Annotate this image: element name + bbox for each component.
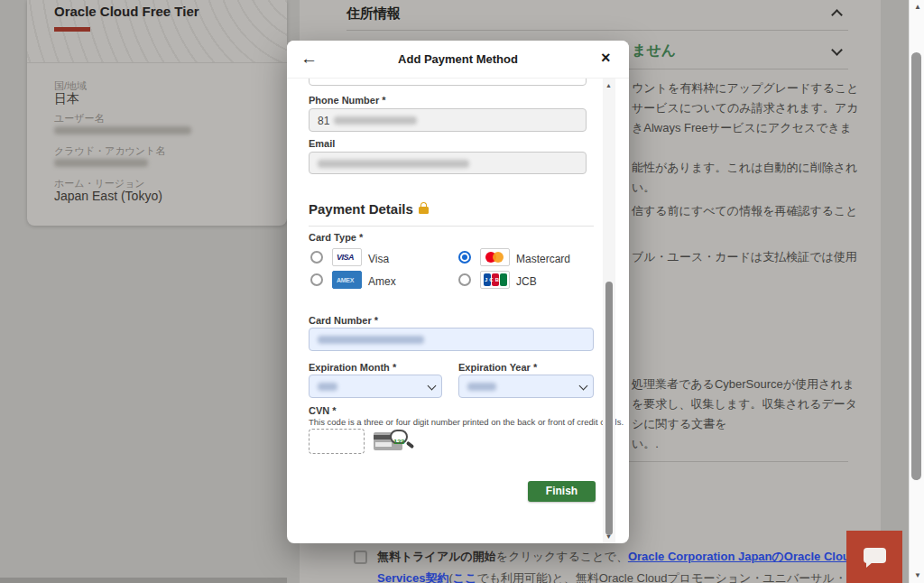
blurred-username-value bbox=[54, 126, 191, 134]
cvn-digits-hint: 123 bbox=[393, 438, 404, 446]
divider bbox=[346, 30, 848, 31]
paragraph-line: い。. bbox=[632, 436, 659, 452]
oracle-services-agreement-link[interactable]: Oracle Corporation JapanのOracle Cloud bbox=[628, 550, 857, 563]
mastercard-logo-icon bbox=[480, 248, 510, 266]
phone-input[interactable]: 81 bbox=[309, 108, 587, 132]
terms-text-line2: Services契約(ここでも利用可能)と、無料Oracle Cloudプロモー… bbox=[377, 570, 882, 583]
terms-bold-fragment: 無料トライアルの開始 bbox=[377, 550, 496, 563]
divider bbox=[309, 226, 594, 227]
collapsed-section-title-fragment: ません bbox=[632, 42, 676, 60]
chevron-up-icon[interactable] bbox=[831, 9, 843, 21]
chevron-down-icon[interactable] bbox=[831, 44, 843, 56]
paragraph-line: ウントを有料枠にアップグレードすること bbox=[632, 80, 859, 97]
paragraph-line: 信する前にすべての情報を再確認すること bbox=[632, 203, 858, 219]
visa-option-label: Visa bbox=[368, 253, 389, 265]
paragraph-line: シに関する文書を bbox=[632, 416, 727, 432]
exp-month-select[interactable] bbox=[309, 375, 442, 398]
dialog-header: ← Add Payment Method × bbox=[287, 41, 629, 79]
paragraph-line: 処理業者であるCyberSourceが使用されま bbox=[632, 376, 855, 393]
radio-amex[interactable] bbox=[310, 273, 323, 286]
chat-button[interactable] bbox=[846, 531, 902, 583]
amex-option-label: Amex bbox=[368, 275, 396, 288]
finish-button[interactable]: Finish bbox=[528, 481, 596, 502]
card-number-label: Card Number * bbox=[309, 315, 378, 326]
exp-year-label: Expiration Year * bbox=[458, 362, 537, 373]
radio-mastercard[interactable] bbox=[458, 251, 471, 264]
field-label-cloud-account: クラウド・アカウント名 bbox=[54, 144, 165, 158]
dialog-scrollbar[interactable]: ▲ ▼ bbox=[603, 79, 615, 543]
field-value-country: 日本 bbox=[54, 91, 79, 107]
visa-logo-icon: VISA bbox=[332, 248, 362, 266]
radio-visa[interactable] bbox=[310, 251, 323, 264]
here-link[interactable]: ここ bbox=[453, 571, 477, 583]
scroll-down-arrow[interactable]: ▼ bbox=[914, 572, 921, 579]
add-payment-method-dialog: Phone Number * 81 Email Payment Details … bbox=[287, 41, 629, 543]
chevron-down-icon bbox=[579, 382, 588, 391]
scroll-up-arrow[interactable]: ▲ bbox=[914, 4, 921, 11]
card-type-label: Card Type * bbox=[309, 232, 363, 243]
blurred-phone-value bbox=[334, 116, 417, 125]
paragraph-line: ブル・ユース・カードは支払検証では使用 bbox=[632, 249, 857, 265]
terms-text-line1: 無料トライアルの開始をクリックすることで、Oracle Corporation … bbox=[377, 549, 857, 565]
cvn-label: CVN * bbox=[309, 405, 337, 416]
address-section-title: 住所情報 bbox=[346, 5, 401, 23]
payment-details-heading: Payment Details bbox=[309, 201, 429, 217]
email-label: Email bbox=[309, 138, 335, 149]
cvn-input[interactable] bbox=[309, 429, 365, 454]
scroll-down-arrow[interactable]: ▼ bbox=[605, 533, 612, 540]
lock-icon bbox=[419, 207, 429, 214]
close-icon[interactable]: × bbox=[601, 49, 611, 68]
page-title: Oracle Cloud Free Tier bbox=[54, 4, 199, 19]
field-value-home-region: Japan East (Tokyo) bbox=[54, 189, 162, 203]
terms-plain-fragment: でも利用可能)と、無料Oracle Cloudプロモーション・ユニバーサル・クレ… bbox=[476, 571, 882, 583]
terms-plain-fragment: をクリックすることで、 bbox=[496, 550, 628, 563]
phone-label: Phone Number * bbox=[309, 95, 386, 106]
cvn-help-text: This code is a three or four digit numbe… bbox=[309, 417, 624, 427]
phone-prefix: 81 bbox=[318, 115, 329, 127]
account-summary-card: Oracle Cloud Free Tier 国/地域 日本 ユーザー名 クラウ… bbox=[27, 0, 287, 226]
jcb-option-label: JCB bbox=[516, 275, 537, 288]
oracle-services-agreement-link[interactable]: Services契約 bbox=[377, 571, 449, 583]
footer-edge-strip bbox=[0, 578, 287, 583]
paragraph-line: を要求し、収集します。収集されるデータ bbox=[632, 396, 857, 412]
paragraph-line: 能性があります。これは自動的に削除され bbox=[632, 160, 857, 176]
blurred-email-value bbox=[318, 160, 469, 168]
amex-logo-icon: AMEX bbox=[332, 271, 362, 289]
scroll-up-arrow[interactable]: ▲ bbox=[605, 82, 612, 88]
radio-jcb[interactable] bbox=[458, 273, 471, 286]
brand-red-bar bbox=[54, 27, 90, 32]
dialog-title: Add Payment Method bbox=[287, 52, 629, 66]
dialog-scrollbar-thumb[interactable] bbox=[605, 282, 613, 535]
paragraph-line: い。 bbox=[632, 180, 655, 196]
field-label-username: ユーザー名 bbox=[54, 112, 105, 125]
card-number-input[interactable] bbox=[309, 328, 594, 351]
blurred-year-value bbox=[467, 383, 496, 391]
blurred-cloud-account-value bbox=[54, 159, 148, 167]
cvn-card-magnifier-icon: 123 bbox=[374, 430, 419, 455]
exp-month-label: Expiration Month * bbox=[309, 362, 396, 373]
page-scrollbar-thumb[interactable] bbox=[911, 52, 921, 480]
chevron-down-icon bbox=[428, 382, 437, 391]
mastercard-option-label: Mastercard bbox=[516, 253, 570, 265]
divider bbox=[629, 69, 848, 69]
blurred-card-number bbox=[318, 336, 424, 344]
blurred-month-value bbox=[318, 383, 337, 391]
page-root: Oracle Cloud Free Tier 国/地域 日本 ユーザー名 クラウ… bbox=[0, 0, 924, 583]
paragraph-line: きAlways Freeサービスにアクセスできま bbox=[632, 120, 852, 136]
divider bbox=[629, 461, 848, 462]
exp-year-select[interactable] bbox=[458, 375, 594, 398]
email-input[interactable] bbox=[309, 152, 587, 174]
jcb-logo-icon: JCB bbox=[480, 271, 510, 289]
terms-checkbox[interactable] bbox=[354, 551, 367, 564]
paragraph-line: サービスについてのみ請求されます。アカ bbox=[632, 100, 859, 116]
chat-bubble-icon bbox=[864, 548, 886, 563]
